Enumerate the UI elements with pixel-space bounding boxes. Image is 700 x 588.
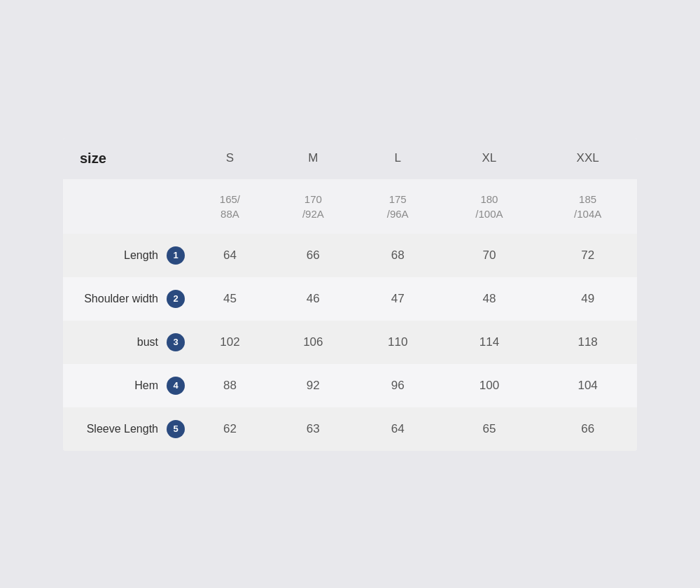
subheader-cell-2: 175 /96A (356, 179, 440, 234)
cell-r0-c3: 70 (440, 234, 539, 277)
data-row-1: Shoulder width24546474849 (63, 277, 637, 321)
cell-r1-c0: 45 (189, 277, 271, 321)
col-xl: XL (440, 138, 539, 179)
data-row-4: Sleeve Length56263646566 (63, 407, 637, 451)
cell-r4-c4: 66 (538, 407, 637, 451)
size-column-header: size (63, 138, 189, 179)
row-badge-3: 4 (167, 377, 185, 395)
cell-r0-c4: 72 (538, 234, 637, 277)
row-badge-0: 1 (167, 246, 185, 265)
cell-r1-c4: 49 (538, 277, 637, 321)
size-chart-container: size S M L XL XXL 165/ 88A170 /92A175 /9… (63, 138, 637, 451)
row-label-text-1: Shoulder width (84, 293, 158, 305)
subheader-row: 165/ 88A170 /92A175 /96A180 /100A185 /10… (63, 179, 637, 234)
cell-r2-c0: 102 (189, 321, 271, 364)
cell-r3-c3: 100 (440, 364, 539, 407)
row-label-text-2: bust (137, 336, 158, 349)
row-badge-4: 5 (167, 420, 185, 438)
row-badge-2: 3 (167, 333, 185, 351)
col-s: S (189, 138, 271, 179)
header-row: size S M L XL XXL (63, 138, 637, 179)
subheader-cell-0: 165/ 88A (189, 179, 271, 234)
row-label-text-3: Hem (134, 379, 158, 392)
cell-r0-c2: 68 (356, 234, 440, 277)
cell-r4-c3: 65 (440, 407, 539, 451)
data-row-2: bust3102106110114118 (63, 321, 637, 364)
cell-r4-c0: 62 (189, 407, 271, 451)
cell-r4-c2: 64 (356, 407, 440, 451)
data-row-0: Length16466687072 (63, 234, 637, 277)
row-label-4: Sleeve Length5 (63, 407, 189, 451)
row-label-text-0: Length (124, 249, 158, 262)
cell-r2-c1: 106 (271, 321, 356, 364)
cell-r0-c1: 66 (271, 234, 356, 277)
cell-r1-c2: 47 (356, 277, 440, 321)
cell-r3-c4: 104 (538, 364, 637, 407)
row-label-text-4: Sleeve Length (87, 423, 158, 435)
col-xxl: XXL (538, 138, 637, 179)
cell-r2-c2: 110 (356, 321, 440, 364)
data-row-3: Hem4889296100104 (63, 364, 637, 407)
subheader-cell-1: 170 /92A (271, 179, 356, 234)
cell-r3-c1: 92 (271, 364, 356, 407)
size-table: size S M L XL XXL 165/ 88A170 /92A175 /9… (63, 138, 637, 451)
col-m: M (271, 138, 356, 179)
cell-r4-c1: 63 (271, 407, 356, 451)
cell-r1-c3: 48 (440, 277, 539, 321)
cell-r1-c1: 46 (271, 277, 356, 321)
row-label-2: bust3 (63, 321, 189, 364)
cell-r3-c0: 88 (189, 364, 271, 407)
cell-r0-c0: 64 (189, 234, 271, 277)
col-l: L (356, 138, 440, 179)
cell-r2-c4: 118 (538, 321, 637, 364)
cell-r2-c3: 114 (440, 321, 539, 364)
row-label-3: Hem4 (63, 364, 189, 407)
row-label-1: Shoulder width2 (63, 277, 189, 321)
row-badge-1: 2 (167, 290, 185, 308)
subheader-cell-4: 185 /104A (538, 179, 637, 234)
subheader-cell-3: 180 /100A (440, 179, 539, 234)
cell-r3-c2: 96 (356, 364, 440, 407)
row-label-0: Length1 (63, 234, 189, 277)
